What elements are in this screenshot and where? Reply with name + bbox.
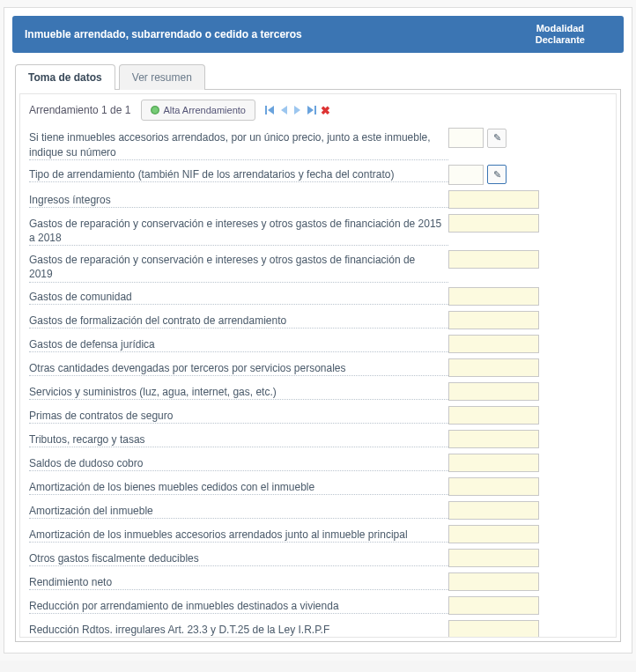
nav-prev-icon[interactable] <box>281 106 287 114</box>
field-label: Tipo de arrendamiento (también NIF de lo… <box>29 168 396 181</box>
accessory-count-input[interactable] <box>448 128 484 148</box>
saldos-dudoso-input[interactable] <box>448 454 539 472</box>
record-counter: Arrendamiento 1 de 1 <box>29 104 130 116</box>
field-label: Si tiene inmuebles accesorios arrendados… <box>29 131 431 158</box>
edit-button[interactable]: ✎ <box>487 165 507 184</box>
gastos-defensa-input[interactable] <box>448 335 539 353</box>
tributos-input[interactable] <box>448 430 539 448</box>
gastos-comunidad-input[interactable] <box>448 287 539 306</box>
nav-delete-icon[interactable]: ✖ <box>321 104 330 117</box>
nav-last-icon[interactable] <box>307 106 314 114</box>
field-label: Amortización de los inmuebles accesorios… <box>29 528 410 541</box>
gastos-2015-2018-input[interactable] <box>448 214 539 233</box>
panel-title: Inmueble arrendado, subarrendado o cedid… <box>25 28 302 41</box>
rendimiento-neto-input[interactable] <box>448 572 539 591</box>
form-scroll: Arrendamiento 1 de 1 Alta Arrendamiento … <box>19 93 617 638</box>
nav-first-icon[interactable] <box>268 106 274 114</box>
field-label: Gastos de comunidad <box>29 291 134 303</box>
field-label: Gastos de formalización del contrato de … <box>29 314 288 327</box>
field-label: Reducción por arrendamiento de inmuebles… <box>29 600 341 612</box>
field-label: Otros gastos fiscalmente deducibles <box>29 552 201 565</box>
tab-ver-resumen[interactable]: Ver resumen <box>119 64 205 90</box>
field-label: Gastos de reparación y conservación e in… <box>29 218 441 244</box>
field-label: Saldos de dudoso cobro <box>29 457 144 469</box>
amort-inmueble-input[interactable] <box>448 501 539 520</box>
field-label: Rendimiento neto <box>29 576 114 588</box>
field-label: Primas de contratos de seguro <box>29 410 174 422</box>
field-label: Reducción Rdtos. irregulares Art. 23.3 y… <box>29 624 331 636</box>
ingresos-input[interactable] <box>448 190 539 209</box>
form-list: Si tiene inmuebles accesorios arrendados… <box>29 128 607 638</box>
panel-inmueble: Inmueble arrendado, subarrendado o cedid… <box>4 7 632 654</box>
tipo-arrendamiento-input[interactable] <box>448 165 484 185</box>
alta-arrendamiento-button[interactable]: Alta Arrendamiento <box>141 100 255 121</box>
primas-seguro-input[interactable] <box>448 406 539 425</box>
edit-button[interactable]: ✎ <box>487 129 507 148</box>
otros-gastos-input[interactable] <box>448 549 539 567</box>
amort-muebles-input[interactable] <box>448 477 539 496</box>
alta-label: Alta Arrendamiento <box>163 105 246 115</box>
amort-accesorios-input[interactable] <box>448 525 539 543</box>
record-nav: Arrendamiento 1 de 1 Alta Arrendamiento … <box>29 100 607 121</box>
add-icon <box>151 106 159 114</box>
reduccion-irregulares-input[interactable] <box>448 620 539 639</box>
field-label: Amortización de los bienes muebles cedid… <box>29 481 316 493</box>
tab-panel: Arrendamiento 1 de 1 Alta Arrendamiento … <box>15 89 621 642</box>
field-label: Tributos, recargo y tasas <box>29 433 147 446</box>
nav-next-icon[interactable] <box>294 106 300 114</box>
servicios-input[interactable] <box>448 382 539 401</box>
tab-toma-de-datos[interactable]: Toma de datos <box>15 64 115 90</box>
gastos-2019-input[interactable] <box>448 250 539 269</box>
field-label: Otras cantidades devengadas por terceros… <box>29 362 348 374</box>
field-label: Ingresos íntegros <box>29 194 113 206</box>
tab-bar: Toma de datos Ver resumen <box>4 63 632 89</box>
otras-cantidades-input[interactable] <box>448 358 539 377</box>
title-bar: Inmueble arrendado, subarrendado o cedid… <box>12 16 624 53</box>
field-label: Gastos de reparación y conservación e in… <box>29 254 415 280</box>
panel-mode: Modalidad Declarante <box>536 23 585 46</box>
field-label: Amortización del inmueble <box>29 505 155 517</box>
field-label: Gastos de defensa jurídica <box>29 338 157 351</box>
reduccion-vivienda-input[interactable] <box>448 596 539 615</box>
gastos-formalizacion-input[interactable] <box>448 311 539 329</box>
field-label: Servicios y suministros (luz, agua, inte… <box>29 386 278 398</box>
